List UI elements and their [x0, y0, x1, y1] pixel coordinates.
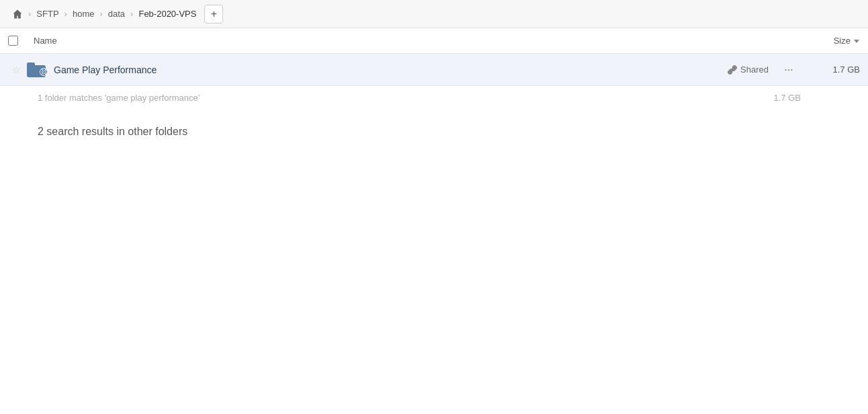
- other-folders-section: 2 search results in other folders: [0, 110, 868, 154]
- select-all-checkbox[interactable]: [8, 36, 18, 46]
- folder-link-indicator: ⛓: [40, 68, 48, 76]
- add-tab-button[interactable]: +: [204, 5, 223, 24]
- home-breadcrumb[interactable]: [8, 5, 27, 24]
- separator-4: ›: [130, 9, 133, 19]
- link-icon: [728, 65, 737, 75]
- name-column-header: Name: [28, 36, 779, 46]
- breadcrumb-home[interactable]: home: [69, 6, 99, 22]
- file-size: 1.7 GB: [806, 65, 860, 75]
- search-match-text: 1 folder matches 'game play performance': [38, 93, 200, 103]
- size-column-header[interactable]: Size: [779, 36, 860, 46]
- folder-body: ⛓: [27, 65, 46, 77]
- select-all-checkbox-col[interactable]: [8, 36, 28, 46]
- file-name: Game Play Performance: [48, 65, 728, 75]
- folder-icon: ⛓: [27, 63, 46, 77]
- separator-3: ›: [99, 9, 102, 19]
- star-col[interactable]: ☆: [8, 65, 24, 75]
- column-header-row: Name Size: [0, 28, 868, 54]
- breadcrumb-bar: › SFTP › home › data › Feb-2020-VPS +: [0, 0, 868, 28]
- separator-1: ›: [28, 9, 31, 19]
- shared-badge: Shared: [728, 65, 769, 75]
- file-row[interactable]: ☆ ⛓ Game Play Performance Shared ··· 1.7…: [0, 54, 868, 86]
- breadcrumb-data[interactable]: data: [104, 6, 129, 22]
- more-options-button[interactable]: ···: [779, 60, 798, 79]
- search-match-size: 1.7 GB: [774, 93, 801, 103]
- sort-icon: [853, 38, 860, 44]
- breadcrumb-feb2020vps[interactable]: Feb-2020-VPS: [134, 6, 200, 22]
- shared-label: Shared: [740, 65, 769, 75]
- star-icon[interactable]: ☆: [12, 65, 21, 75]
- search-info-row: 1 folder matches 'game play performance'…: [0, 86, 868, 110]
- home-icon: [12, 9, 23, 19]
- folder-icon-col: ⛓: [24, 63, 48, 77]
- separator-2: ›: [64, 9, 67, 19]
- breadcrumb-sftp[interactable]: SFTP: [32, 6, 62, 22]
- other-folders-title: 2 search results in other folders: [38, 126, 830, 138]
